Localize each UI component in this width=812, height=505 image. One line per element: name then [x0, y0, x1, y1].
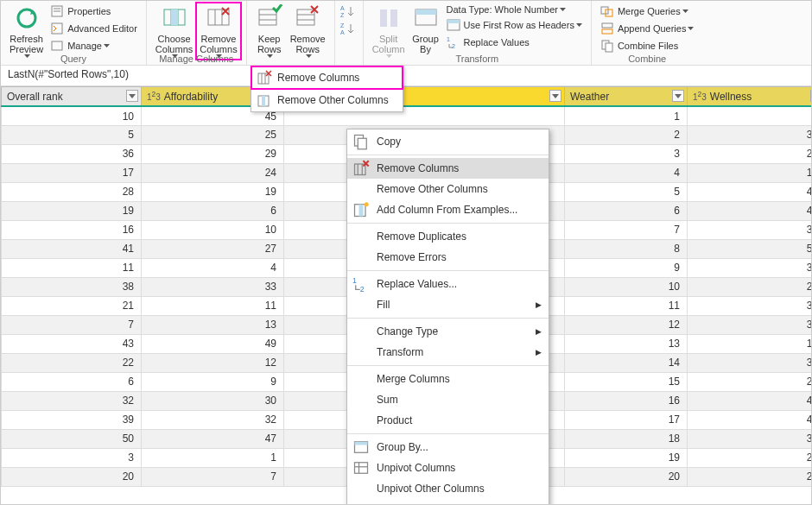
advanced-editor-button[interactable]: Advanced Editor	[47, 20, 141, 37]
table-cell[interactable]: 35	[688, 353, 812, 372]
table-cell[interactable]: 2	[565, 125, 688, 144]
table-cell[interactable]: 13	[565, 334, 688, 353]
manage-button[interactable]: Manage	[47, 37, 141, 54]
table-cell[interactable]: 31	[688, 125, 812, 144]
table-cell[interactable]: 32	[142, 410, 284, 429]
table-cell[interactable]: 9	[688, 106, 812, 125]
table-cell[interactable]: 10	[565, 277, 688, 296]
combine-files-button[interactable]: Combine Files	[597, 37, 698, 54]
table-cell[interactable]: 19	[142, 182, 284, 201]
filter-icon[interactable]	[810, 90, 811, 102]
table-cell[interactable]: 25	[688, 144, 812, 163]
table-cell[interactable]: 39	[2, 410, 142, 429]
table-cell[interactable]: 27	[142, 239, 284, 258]
table-cell[interactable]: 21	[688, 467, 812, 486]
ctx-group-by[interactable]: Group By...	[347, 437, 549, 458]
table-cell[interactable]: 31	[688, 220, 812, 239]
remove-rows-button[interactable]: Remove Rows	[287, 3, 329, 60]
table-cell[interactable]: 3	[565, 144, 688, 163]
table-cell[interactable]: 7	[142, 467, 284, 486]
merge-queries-button[interactable]: Merge Queries	[597, 3, 698, 20]
table-cell[interactable]: 1	[565, 106, 688, 125]
table-cell[interactable]: 33	[688, 315, 812, 334]
ctx-unpivot-selected[interactable]: Unpivot Only Selected Columns	[347, 499, 549, 505]
ctx-remove-columns[interactable]: Remove Columns	[347, 158, 549, 179]
ctx-add-column-examples[interactable]: Add Column From Examples...	[347, 199, 549, 220]
ctx-product[interactable]: Product	[347, 410, 549, 431]
table-cell[interactable]: 42	[688, 410, 812, 429]
table-cell[interactable]: 50	[688, 239, 812, 258]
remove-columns-button[interactable]: Remove Columns	[196, 3, 240, 60]
table-cell[interactable]: 19	[2, 201, 142, 220]
table-cell[interactable]: 16	[2, 220, 142, 239]
table-row[interactable]: 104519	[2, 106, 812, 125]
table-cell[interactable]: 19	[688, 334, 812, 353]
group-by-button[interactable]: Group By	[409, 3, 443, 56]
keep-rows-button[interactable]: Keep Rows	[252, 3, 287, 60]
table-cell[interactable]: 36	[2, 144, 142, 163]
table-cell[interactable]: 35	[688, 296, 812, 315]
table-cell[interactable]: 44	[688, 182, 812, 201]
table-cell[interactable]: 5	[2, 125, 142, 144]
table-cell[interactable]: 19	[565, 448, 688, 467]
filter-icon[interactable]	[672, 90, 684, 102]
table-cell[interactable]: 25	[142, 125, 284, 144]
column-header-weather[interactable]: Weather	[565, 87, 688, 107]
table-cell[interactable]: 4	[565, 163, 688, 182]
table-cell[interactable]: 27	[688, 448, 812, 467]
table-cell[interactable]: 12	[565, 315, 688, 334]
table-cell[interactable]: 33	[142, 277, 284, 296]
table-cell[interactable]: 29	[688, 277, 812, 296]
table-cell[interactable]: 11	[2, 258, 142, 277]
ctx-transform[interactable]: Transform▶	[347, 342, 549, 363]
table-cell[interactable]: 28	[2, 182, 142, 201]
table-cell[interactable]: 6	[565, 201, 688, 220]
table-cell[interactable]: 29	[142, 144, 284, 163]
sort-asc-button[interactable]: AZ	[337, 3, 361, 20]
table-cell[interactable]: 17	[565, 410, 688, 429]
table-cell[interactable]: 7	[2, 315, 142, 334]
ctx-remove-errors[interactable]: Remove Errors	[347, 247, 549, 268]
table-cell[interactable]: 4	[142, 258, 284, 277]
table-cell[interactable]: 1	[142, 448, 284, 467]
choose-columns-button[interactable]: Choose Columns	[152, 3, 196, 60]
properties-button[interactable]: Properties	[47, 3, 141, 20]
table-cell[interactable]: 6	[142, 201, 284, 220]
split-column-button[interactable]: Split Column	[369, 3, 409, 60]
table-cell[interactable]: 9	[565, 258, 688, 277]
ctx-remove-duplicates[interactable]: Remove Duplicates	[347, 226, 549, 247]
table-cell[interactable]: 34	[688, 258, 812, 277]
table-cell[interactable]: 50	[2, 429, 142, 448]
table-cell[interactable]: 15	[565, 372, 688, 391]
ctx-sum[interactable]: Sum	[347, 389, 549, 410]
ctx-change-type[interactable]: Change Type▶	[347, 321, 549, 342]
table-cell[interactable]: 41	[688, 391, 812, 410]
ctx-merge-columns[interactable]: Merge Columns	[347, 369, 549, 389]
ctx-unpivot-columns[interactable]: Unpivot Columns	[347, 458, 549, 478]
refresh-preview-button[interactable]: Refresh Preview	[6, 3, 47, 60]
table-cell[interactable]: 32	[2, 391, 142, 410]
table-cell[interactable]: 10	[2, 106, 142, 125]
table-cell[interactable]: 10	[142, 220, 284, 239]
first-row-headers-button[interactable]: Use First Row as Headers	[443, 16, 586, 34]
table-cell[interactable]: 20	[2, 467, 142, 486]
table-cell[interactable]: 12	[142, 353, 284, 372]
table-cell[interactable]: 16	[565, 391, 688, 410]
ctx-unpivot-other[interactable]: Unpivot Other Columns	[347, 478, 549, 499]
filter-icon[interactable]	[126, 90, 138, 102]
filter-icon[interactable]	[549, 90, 561, 102]
table-cell[interactable]: 8	[565, 239, 688, 258]
table-cell[interactable]: 41	[2, 239, 142, 258]
table-cell[interactable]: 43	[2, 334, 142, 353]
ctx-copy[interactable]: Copy	[347, 131, 549, 152]
ctx-fill[interactable]: Fill▶	[347, 294, 549, 315]
table-cell[interactable]: 20	[565, 467, 688, 486]
dropdown-remove-columns[interactable]: Remove Columns	[251, 66, 403, 89]
table-cell[interactable]: 47	[142, 429, 284, 448]
table-cell[interactable]: 5	[565, 182, 688, 201]
table-cell[interactable]: 13	[688, 163, 812, 182]
table-cell[interactable]: 3	[2, 448, 142, 467]
table-cell[interactable]: 6	[2, 372, 142, 391]
table-cell[interactable]: 7	[565, 220, 688, 239]
data-type-button[interactable]: Data Type: Whole Number	[443, 3, 586, 16]
